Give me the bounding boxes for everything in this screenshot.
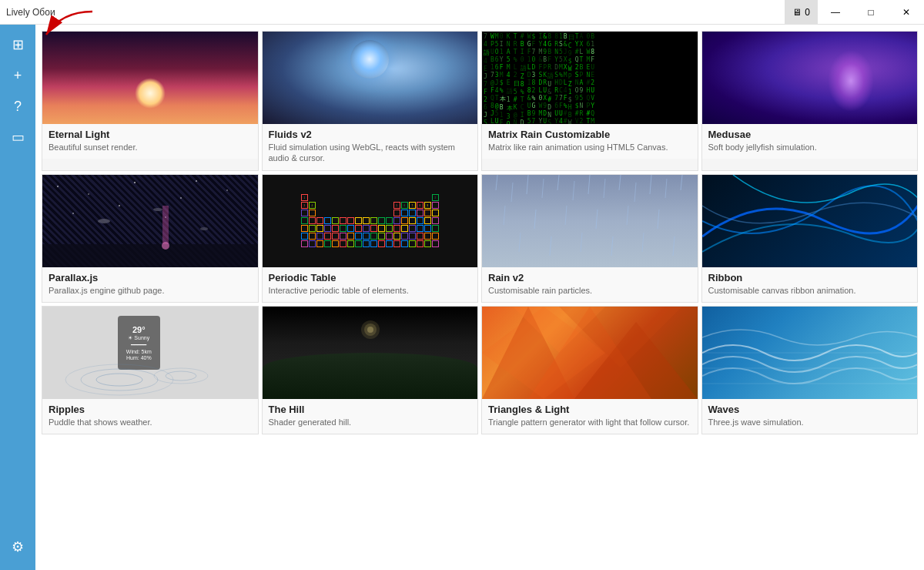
svg-line-33 (627, 206, 628, 225)
wallpaper-thumb-eternal-light (42, 32, 258, 124)
maximize-button[interactable]: □ (853, 0, 889, 25)
close-button[interactable]: ✕ (889, 0, 924, 25)
periodic-cell: 8 (417, 202, 424, 209)
svg-line-40 (673, 236, 675, 256)
svg-line-37 (581, 233, 582, 252)
periodic-cell (324, 210, 331, 216)
sidebar-item-help[interactable]: ? (4, 92, 32, 120)
sidebar-item-library[interactable]: ⊞ (4, 31, 32, 59)
wallpaper-thumb-medusae (702, 32, 918, 124)
wallpaper-info-eternal-light: Eternal Light Beautiful sunset render. (42, 124, 258, 159)
periodic-cell (324, 240, 331, 247)
wallpaper-card-eternal-light[interactable]: Eternal Light Beautiful sunset render. (42, 31, 259, 171)
svg-point-1 (57, 186, 59, 187)
svg-point-5 (196, 180, 197, 182)
wallpaper-title-rain: Rain v2 (488, 272, 691, 283)
svg-line-19 (542, 179, 544, 198)
periodic-cell (393, 210, 400, 216)
ripples-svg (42, 307, 258, 399)
periodic-cell (424, 240, 431, 247)
periodic-cell (363, 202, 370, 209)
wallpaper-card-fluids-v2[interactable]: Fluids v2 Fluid simulation using WebGL, … (262, 31, 479, 171)
periodic-cell (393, 225, 400, 232)
periodic-cell (432, 210, 439, 216)
svg-point-44 (166, 371, 196, 381)
wallpaper-thumb-periodic: 123456789 (263, 175, 478, 267)
sidebar-item-chat[interactable]: ▭ (4, 123, 32, 151)
periodic-cell (432, 225, 439, 232)
ribbon-svg (702, 175, 918, 267)
periodic-cell (370, 194, 377, 201)
periodic-cell (393, 194, 400, 201)
periodic-cell (332, 225, 339, 232)
wallpaper-card-medusae[interactable]: Medusae Soft body jellyfish simulation. (701, 31, 919, 171)
periodic-cell (363, 240, 370, 247)
wallpaper-info-parallax: Parallax.js Parallax.js engine github pa… (42, 267, 258, 302)
wallpaper-info-matrix: Matrix Rain Customizable Matrix like rai… (482, 124, 698, 159)
monitor-button[interactable]: 🖥 0 (785, 0, 818, 25)
wallpaper-thumb-matrix: 74語4EJ7F26JSR75WPUB17@FQ8JL95$M5O663J4T@… (482, 32, 698, 124)
help-icon: ? (14, 99, 22, 115)
svg-line-23 (604, 179, 605, 198)
wallpaper-card-hill[interactable]: The Hill Shader generated hill. (262, 306, 479, 434)
wallpaper-desc-waves: Three.js wave simulation. (708, 417, 912, 428)
wallpaper-card-parallax[interactable]: Parallax.js Parallax.js engine github pa… (42, 174, 259, 303)
periodic-cell (424, 194, 431, 201)
periodic-cell (401, 210, 408, 216)
wallpaper-title-eternal-light: Eternal Light (49, 129, 252, 140)
wallpaper-info-medusae: Medusae Soft body jellyfish simulation. (702, 124, 918, 159)
minimize-button[interactable]: — (818, 0, 853, 25)
wallpaper-desc-hill: Shader generated hill. (269, 417, 472, 428)
wallpaper-thumb-waves (702, 307, 918, 399)
periodic-cell (309, 233, 316, 240)
periodic-cell (340, 233, 346, 240)
monitor-count: 0 (805, 7, 810, 18)
wallpaper-card-rain[interactable]: Rain v2 Customisable rain particles. (481, 174, 698, 303)
svg-line-22 (588, 175, 590, 194)
periodic-cell (340, 202, 346, 209)
app-title: Lively Обои (6, 7, 55, 18)
periodic-cell (340, 194, 346, 201)
sidebar-item-settings[interactable]: ⚙ (4, 533, 32, 561)
periodic-cell (424, 233, 431, 240)
wallpaper-card-waves[interactable]: Waves Three.js wave simulation. (701, 306, 919, 434)
periodic-cell (393, 240, 400, 247)
periodic-grid: 123456789 (298, 191, 442, 250)
wallpaper-card-ripples[interactable]: 29° ☀ Sunny ━━━━━ Wind: 5km Hum: 40% (42, 306, 259, 434)
periodic-cell (401, 217, 408, 224)
svg-line-39 (642, 233, 644, 252)
periodic-cell (378, 233, 385, 240)
periodic-cell: 5 (393, 202, 400, 209)
rain-svg (482, 175, 698, 267)
title-bar-left: Lively Обои (6, 7, 55, 18)
periodic-cell (424, 210, 431, 216)
wallpaper-card-matrix[interactable]: 74語4EJ7F26JSR75WPUB17@FQ8JL95$M5O663J4T@… (481, 31, 698, 171)
periodic-cell (417, 210, 424, 216)
svg-point-42 (81, 369, 158, 391)
periodic-cell (355, 210, 362, 216)
periodic-cell (401, 225, 408, 232)
wallpaper-title-hill: The Hill (269, 404, 472, 415)
periodic-cell (332, 194, 339, 201)
periodic-cell (432, 240, 439, 247)
periodic-cell: 1 (301, 194, 308, 201)
periodic-cell (378, 210, 385, 216)
wallpaper-card-periodic[interactable]: 123456789 Periodic Table Interactive per… (262, 174, 479, 303)
periodic-cell (309, 210, 316, 216)
periodic-cell (332, 202, 339, 209)
app-body: ⊞ + ? ▭ ⚙ Eternal Light Beautiful sunset… (0, 25, 924, 570)
wallpaper-desc-ribbon: Customisable canvas ribbon animation. (708, 285, 912, 296)
sidebar-item-add[interactable]: + (4, 62, 32, 89)
periodic-cell (309, 194, 316, 201)
wallpaper-info-triangles: Triangles & Light Triangle pattern gener… (482, 399, 698, 434)
periodic-cell (355, 194, 362, 201)
waves-svg (702, 307, 918, 399)
periodic-cell (409, 217, 416, 224)
svg-line-30 (534, 210, 536, 229)
wallpaper-card-ribbon[interactable]: Ribbon Customisable canvas ribbon animat… (701, 174, 919, 303)
periodic-cell (301, 217, 308, 224)
svg-point-10 (98, 219, 110, 223)
wallpaper-card-triangles[interactable]: Triangles & Light Triangle pattern gener… (481, 306, 698, 434)
svg-line-31 (565, 206, 567, 225)
svg-line-25 (634, 183, 636, 202)
